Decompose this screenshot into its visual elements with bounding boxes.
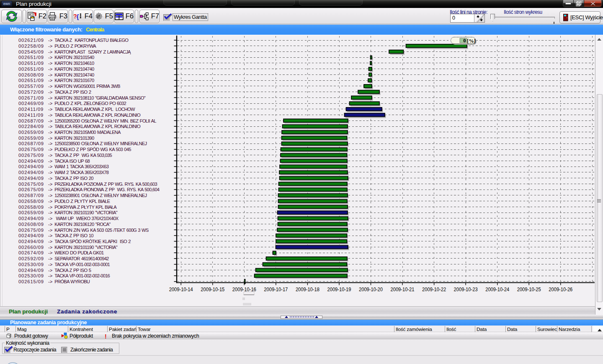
svg-text:2009-10-25: 2009-10-25 [517,286,541,292]
svg-text:2009-10-15: 2009-10-15 [201,286,224,292]
svg-text:2009-10-16: 2009-10-16 [232,286,256,292]
svg-text:2009-10-22: 2009-10-22 [422,286,446,292]
svg-text:2009-10-17: 2009-10-17 [264,286,288,292]
svg-text:2009-10-23: 2009-10-23 [454,286,478,292]
svg-text:2009-10-21: 2009-10-21 [391,286,415,292]
svg-text:2009-10-24: 2009-10-24 [485,286,509,292]
svg-text:2009-10-26: 2009-10-26 [549,286,572,292]
svg-text:2009-10-18: 2009-10-18 [296,286,320,292]
svg-text:[%]: [%] [467,38,476,44]
svg-text:2009-10-20: 2009-10-20 [359,286,383,292]
svg-text:2009-10-19: 2009-10-19 [327,286,351,292]
svg-text:0: 0 [463,38,466,44]
svg-text:2009-10-14: 2009-10-14 [169,286,193,292]
svg-text:{: { [77,13,79,20]
